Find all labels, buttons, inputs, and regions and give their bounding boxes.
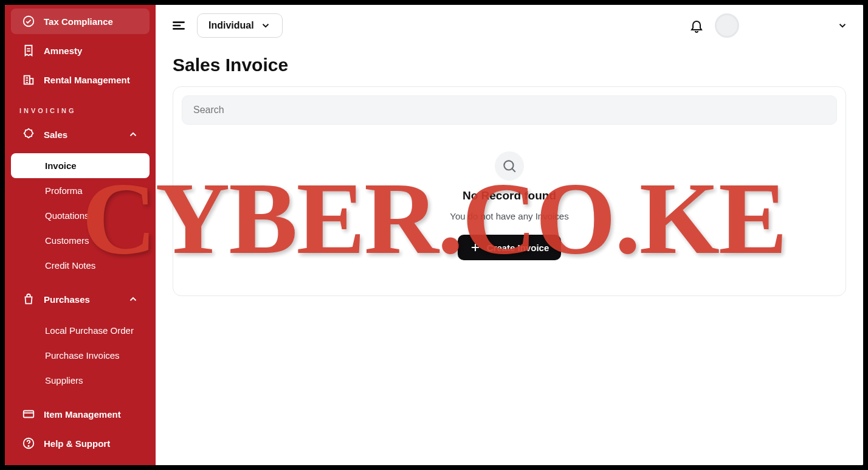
check-circle-icon xyxy=(22,15,35,28)
bag-icon xyxy=(22,292,35,306)
chevron-up-icon xyxy=(128,129,139,140)
sidebar-subitem-proforma[interactable]: Proforma xyxy=(11,178,150,203)
sidebar-section-invoicing: INVOICING xyxy=(5,96,156,118)
sidebar-subitem-purchase-invoices[interactable]: Purchase Invoices xyxy=(11,343,150,368)
sidebar-subitem-invoice[interactable]: Invoice xyxy=(11,153,150,178)
svg-point-5 xyxy=(28,446,29,446)
search-empty-icon xyxy=(495,151,524,181)
sidebar-item-help-support[interactable]: Help & Support xyxy=(11,430,150,456)
avatar xyxy=(715,13,739,38)
search-input[interactable] xyxy=(182,95,837,125)
sidebar-subitem-credit-notes[interactable]: Credit Notes xyxy=(11,253,150,278)
sidebar: Tax Compliance Amnesty Rental Management… xyxy=(5,5,156,465)
main-content: Individual xyxy=(156,5,863,465)
chevron-up-icon xyxy=(128,294,139,305)
svg-rect-2 xyxy=(30,78,33,84)
sidebar-subitem-suppliers[interactable]: Suppliers xyxy=(11,368,150,393)
svg-point-6 xyxy=(504,161,513,170)
page-title: Sales Invoice xyxy=(156,46,863,86)
sidebar-item-label: Rental Management xyxy=(44,75,130,85)
chevron-down-icon xyxy=(836,19,849,32)
invoice-card: No Record found You do not have any Invo… xyxy=(173,86,846,296)
card-icon xyxy=(22,407,35,421)
help-circle-icon xyxy=(22,437,35,450)
sidebar-subitem-customers[interactable]: Customers xyxy=(11,228,150,253)
notifications-button[interactable] xyxy=(688,17,705,34)
account-type-select[interactable]: Individual xyxy=(197,13,283,38)
plus-icon xyxy=(470,242,481,253)
sidebar-subitem-lpo[interactable]: Local Purchase Order xyxy=(11,318,150,343)
receipt-icon xyxy=(22,44,35,57)
sidebar-subitem-quotations[interactable]: Quotations xyxy=(11,203,150,228)
empty-state: No Record found You do not have any Invo… xyxy=(182,125,837,287)
sales-sublist: Invoice Proforma Quotations Customers Cr… xyxy=(5,151,156,283)
svg-rect-3 xyxy=(24,411,34,418)
create-invoice-label: Create Invoice xyxy=(487,243,549,253)
chevron-down-icon xyxy=(260,20,271,31)
sidebar-item-amnesty[interactable]: Amnesty xyxy=(11,38,150,63)
sidebar-item-purchases[interactable]: Purchases xyxy=(11,286,150,312)
sidebar-item-item-management[interactable]: Item Management xyxy=(11,401,150,427)
create-invoice-button[interactable]: Create Invoice xyxy=(458,235,562,260)
sidebar-item-sales[interactable]: Sales xyxy=(11,122,150,147)
svg-point-0 xyxy=(24,16,34,27)
sidebar-item-label: Purchases xyxy=(44,294,90,305)
topbar: Individual xyxy=(156,5,863,46)
sidebar-item-label: Sales xyxy=(44,130,67,140)
sidebar-item-tax-compliance[interactable]: Tax Compliance xyxy=(11,9,150,34)
menu-toggle-button[interactable] xyxy=(170,17,187,34)
sidebar-item-rental-management[interactable]: Rental Management xyxy=(11,67,150,92)
sidebar-item-label: Amnesty xyxy=(44,46,82,56)
building-icon xyxy=(22,73,35,86)
account-type-label: Individual xyxy=(208,20,254,31)
badge-icon xyxy=(22,128,35,141)
user-menu[interactable] xyxy=(715,13,849,38)
sidebar-item-label: Item Management xyxy=(44,409,121,420)
purchases-sublist: Local Purchase Order Purchase Invoices S… xyxy=(5,316,156,398)
empty-title: No Record found xyxy=(463,189,556,202)
sidebar-item-label: Help & Support xyxy=(44,438,110,449)
sidebar-item-label: Tax Compliance xyxy=(44,16,113,27)
empty-subtitle: You do not have any Invoices xyxy=(450,211,568,221)
